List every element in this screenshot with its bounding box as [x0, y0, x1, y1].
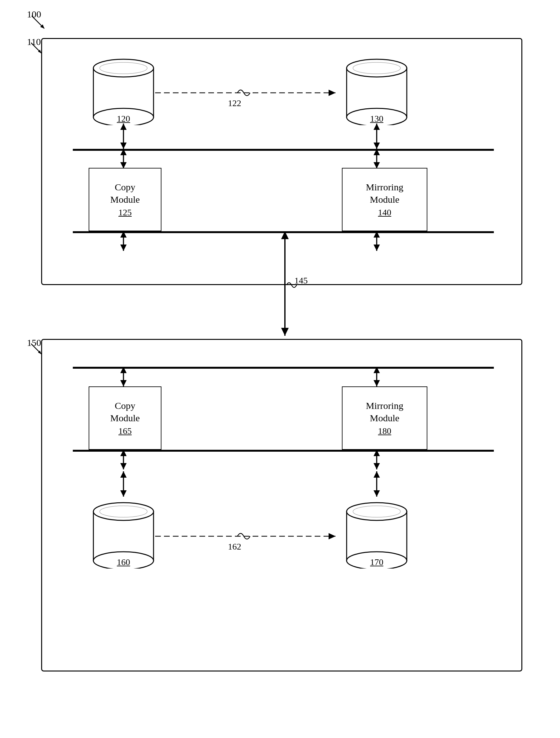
- svg-marker-53: [374, 490, 380, 497]
- arrow-copy165-bus: [119, 450, 128, 471]
- svg-marker-34: [281, 231, 289, 239]
- mirroring-module-180: Mirroring Module 180: [342, 386, 427, 450]
- mirroring-module-140: Mirroring Module 140: [342, 168, 427, 231]
- arrow-bus-copy165: [119, 367, 128, 388]
- wavy-145: [287, 280, 302, 290]
- svg-point-56: [93, 503, 153, 520]
- db-160-label: 160: [117, 557, 130, 567]
- arrow-bus-db170: [372, 471, 382, 500]
- arrow-mirror140-bus2: [372, 231, 382, 253]
- bus-top-1: [73, 149, 494, 151]
- svg-marker-18: [374, 142, 380, 149]
- arrow-bus-mirror140: [372, 149, 382, 170]
- svg-marker-39: [120, 367, 127, 373]
- svg-marker-31: [374, 231, 380, 238]
- arrow-150: [29, 342, 45, 356]
- label-122: 122: [228, 98, 241, 108]
- svg-marker-30: [374, 245, 380, 251]
- arrow-bus-mirror180: [372, 367, 382, 388]
- arrow-db130-bus: [372, 123, 382, 152]
- db-160: 160: [90, 499, 157, 570]
- arrow-copy125-bus2: [119, 231, 128, 253]
- svg-marker-38: [120, 380, 127, 386]
- svg-marker-19: [374, 123, 380, 130]
- db-120: 120: [90, 55, 157, 126]
- svg-marker-22: [120, 149, 127, 155]
- svg-marker-45: [120, 450, 127, 456]
- svg-marker-21: [120, 162, 127, 168]
- dashed-arrow-122: [155, 84, 352, 103]
- label-162: 162: [228, 541, 241, 552]
- db-120-label: 120: [117, 114, 130, 124]
- svg-point-60: [347, 503, 407, 520]
- db-170-label: 170: [370, 557, 383, 567]
- svg-marker-42: [374, 367, 380, 373]
- db-170: 170: [344, 499, 410, 570]
- bus-bottom-1: [73, 367, 494, 369]
- svg-marker-48: [374, 450, 380, 456]
- arrow-100: [30, 14, 49, 33]
- svg-marker-54: [374, 471, 380, 478]
- svg-marker-41: [374, 380, 380, 386]
- svg-marker-16: [120, 123, 127, 130]
- arrow-bus-copy125: [119, 149, 128, 170]
- arrow-db120-bus: [119, 123, 128, 152]
- svg-marker-15: [120, 142, 127, 149]
- svg-marker-25: [374, 149, 380, 155]
- db-130: 130: [344, 55, 410, 126]
- svg-marker-24: [374, 162, 380, 168]
- arrow-mirror180-bus: [372, 450, 382, 471]
- svg-marker-44: [120, 463, 127, 469]
- dashed-arrow-162: [155, 527, 352, 546]
- svg-marker-13: [329, 90, 336, 96]
- svg-marker-64: [329, 533, 336, 539]
- svg-marker-33: [281, 328, 289, 336]
- db-130-label: 130: [370, 114, 383, 124]
- svg-marker-28: [120, 231, 127, 238]
- arrow-110: [29, 41, 45, 55]
- copy-module-165: Copy Module 165: [89, 386, 161, 450]
- svg-marker-27: [120, 245, 127, 251]
- svg-marker-47: [374, 463, 380, 469]
- arrow-bus-db160: [119, 471, 128, 500]
- svg-marker-51: [120, 471, 127, 478]
- svg-marker-50: [120, 490, 127, 497]
- svg-point-5: [93, 59, 153, 77]
- svg-point-9: [347, 59, 407, 77]
- bus-bottom-2: [73, 450, 494, 452]
- copy-module-125: Copy Module 125: [89, 168, 161, 231]
